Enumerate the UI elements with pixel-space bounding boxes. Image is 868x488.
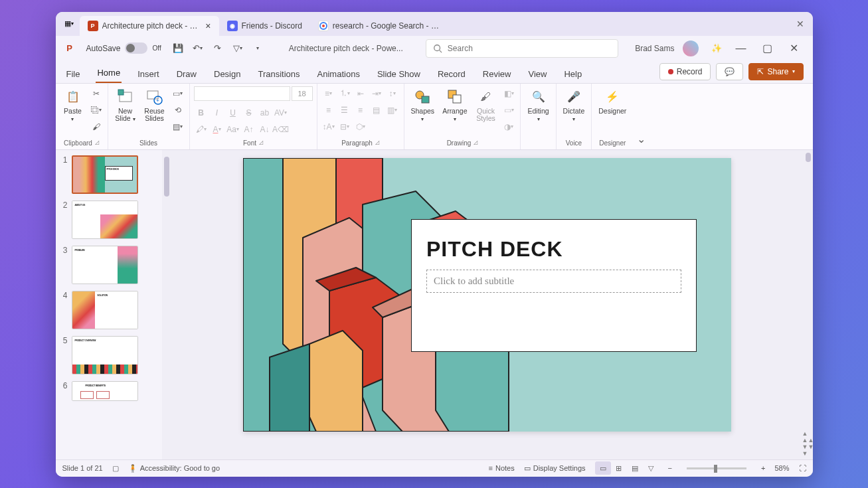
search-box[interactable] [426, 39, 618, 58]
tab-record[interactable]: Record [436, 65, 467, 83]
accessibility-status[interactable]: 🧍 Accessibility: Good to go [128, 464, 220, 473]
tab-powerpoint[interactable]: P Architecture pitch deck - Po... × [80, 16, 219, 36]
present-from-beginning-button[interactable]: ▽▾ [229, 40, 246, 57]
indent-decrease-button[interactable]: ⇤ [353, 86, 368, 101]
share-button[interactable]: ⇱ Share ▾ [748, 63, 803, 80]
undo-button[interactable]: ↶▾ [189, 40, 207, 57]
section-button[interactable]: ▤▾ [171, 120, 185, 134]
dialog-launcher-icon[interactable]: ◿ [375, 139, 379, 147]
slide-canvas-area[interactable]: PITCH DECK Click to add subtitle [171, 150, 804, 459]
thumbnail[interactable]: PROBLEM [72, 246, 138, 284]
copy-button[interactable]: ⿻▾ [89, 103, 104, 118]
editing-button[interactable]: 🔍 Editing▾ [525, 86, 551, 124]
notes-button[interactable]: ≡Notes [489, 464, 515, 472]
align-right-button[interactable]: ≡ [353, 103, 368, 118]
shape-fill-button[interactable]: ◧▾ [501, 86, 516, 101]
tab-chrome[interactable]: research - Google Search - Goo... [310, 16, 450, 36]
reset-button[interactable]: ⟲ [171, 103, 185, 118]
dialog-launcher-icon[interactable]: ◿ [474, 139, 477, 147]
bold-button[interactable]: B [194, 106, 209, 120]
slide-thumbnail-panel[interactable]: 1 PITCH DECK 2 ABOUT US 3 PROBLEM 4 SOLU… [56, 150, 162, 459]
text-direction-button[interactable]: ↕A▾ [321, 120, 336, 134]
shadow-button[interactable]: ab [258, 106, 272, 120]
tab-file[interactable]: File [65, 65, 82, 83]
align-text-button[interactable]: ⊟▾ [337, 120, 352, 134]
columns-button[interactable]: ▥▾ [385, 103, 400, 118]
dialog-launcher-icon[interactable]: ◿ [95, 139, 99, 147]
document-title[interactable]: Architecture pitch deck - Powe... [289, 44, 403, 53]
arrange-button[interactable]: Arrange▾ [440, 86, 470, 124]
title-placeholder[interactable]: PITCH DECK Click to add subtitle [411, 219, 697, 352]
canvas-scrollbar[interactable]: ▲▲▲▼▼▼ [804, 150, 813, 459]
thumbnail[interactable]: PRODUCT OVERVIEW [72, 336, 138, 374]
new-slide-button[interactable]: New Slide ▾ [112, 86, 139, 124]
scroll-arrows[interactable]: ▲▲▲▼▼▼ [804, 430, 813, 457]
zoom-in-button[interactable]: + [761, 464, 765, 472]
collapse-ribbon-button[interactable]: ⌄ [633, 84, 649, 149]
font-color-button[interactable]: A▾ [210, 122, 224, 137]
slideshow-view-button[interactable]: ▽ [643, 461, 659, 475]
normal-view-button[interactable]: ▭ [595, 461, 611, 475]
avatar[interactable] [683, 41, 699, 56]
thumbnail-item[interactable]: 6 PRODUCT BENEFITS [60, 381, 158, 401]
reading-view-button[interactable]: ▤ [627, 461, 643, 475]
indent-increase-button[interactable]: ⇥▾ [369, 86, 384, 101]
tab-draw[interactable]: Draw [175, 65, 198, 83]
character-spacing-button[interactable]: AV▾ [274, 106, 288, 120]
fit-to-window-button[interactable]: ⛶ [799, 464, 806, 472]
tab-design[interactable]: Design [213, 65, 242, 83]
justify-button[interactable]: ▤ [369, 103, 384, 118]
grow-font-button[interactable]: A↑ [242, 122, 256, 137]
underline-button[interactable]: U [226, 106, 240, 120]
font-name-input[interactable] [194, 86, 290, 101]
shapes-button[interactable]: Shapes▾ [408, 86, 438, 124]
clear-formatting-button[interactable]: A⌫ [274, 122, 288, 137]
shape-effects-button[interactable]: ◑▾ [501, 120, 516, 134]
zoom-slider[interactable] [687, 467, 746, 469]
line-spacing-button[interactable]: ↕▾ [385, 86, 400, 101]
save-button[interactable]: 💾 [169, 40, 187, 57]
slide-position[interactable]: Slide 1 of 21 [62, 464, 103, 472]
dictate-button[interactable]: 🎤 Dictate▾ [561, 86, 588, 124]
change-case-button[interactable]: Aa▾ [226, 122, 240, 137]
paste-button[interactable]: 📋 Paste▾ [60, 86, 86, 124]
zoom-out-button[interactable]: − [668, 464, 672, 472]
italic-button[interactable]: I [210, 106, 224, 120]
autosave-toggle[interactable]: AutoSave Off [86, 42, 161, 54]
close-button[interactable]: ✕ [781, 39, 808, 58]
tab-overview-icon[interactable]: ▦ ▾ [62, 17, 76, 31]
zoom-level[interactable]: 58% [774, 464, 789, 472]
thumbnail[interactable]: PITCH DECK [72, 155, 138, 194]
tab-insert[interactable]: Insert [136, 65, 161, 83]
thumbnail-item[interactable]: 1 PITCH DECK [60, 155, 158, 194]
minimize-button[interactable]: — [728, 39, 754, 58]
thumbnail-scrollbar[interactable] [162, 150, 171, 459]
thumbnail[interactable]: PRODUCT BENEFITS [72, 381, 138, 401]
comments-button[interactable]: 💬 [716, 63, 743, 80]
font-highlight-button[interactable]: 🖍▾ [194, 122, 209, 137]
shrink-font-button[interactable]: A↓ [258, 122, 272, 137]
search-input[interactable] [448, 44, 611, 53]
shape-outline-button[interactable]: ▭▾ [501, 103, 516, 118]
format-painter-button[interactable]: 🖌 [89, 120, 104, 134]
toggle-switch[interactable] [125, 42, 147, 54]
thumbnail[interactable]: ABOUT US [72, 201, 138, 239]
cut-button[interactable]: ✂ [89, 86, 104, 101]
tab-animations[interactable]: Animations [316, 65, 361, 83]
subtitle-placeholder[interactable]: Click to add subtitle [426, 270, 681, 293]
thumbnail-item[interactable]: 4 SOLUTION [60, 291, 158, 329]
designer-button[interactable]: ⚡ Designer [596, 86, 629, 117]
thumbnail-item[interactable]: 2 ABOUT US [60, 201, 158, 239]
dialog-launcher-icon[interactable]: ◿ [259, 139, 263, 147]
tab-review[interactable]: Review [481, 65, 513, 83]
layout-button[interactable]: ▭▾ [171, 86, 185, 101]
quick-styles-button[interactable]: 🖌 Quick Styles [472, 86, 499, 124]
smartart-button[interactable]: ⬡▾ [353, 120, 368, 134]
notes-status-icon[interactable]: ▢ [112, 464, 119, 473]
tab-discord[interactable]: ◉ Friends - Discord [219, 16, 310, 36]
record-button[interactable]: Record [659, 63, 711, 80]
tab-transitions[interactable]: Transitions [256, 65, 301, 83]
tab-slideshow[interactable]: Slide Show [376, 65, 422, 83]
slide-title[interactable]: PITCH DECK [426, 237, 681, 262]
tab-home[interactable]: Home [96, 64, 122, 83]
